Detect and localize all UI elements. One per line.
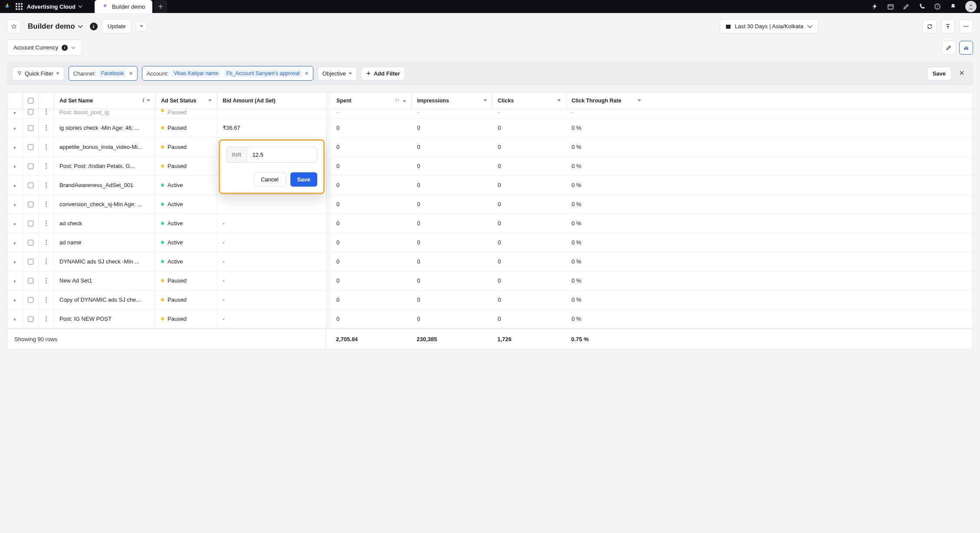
channel-filter-chip[interactable]: Channel: Facebook ×	[69, 66, 138, 81]
select-all-checkbox[interactable]	[28, 98, 33, 104]
header-ctr[interactable]: Click Through Rate	[566, 92, 646, 109]
header-name[interactable]: Ad Set Name i	[54, 92, 156, 109]
bid-cell[interactable]: -	[217, 290, 326, 309]
row-checkbox[interactable]	[28, 125, 33, 131]
expand-toggle[interactable]	[7, 176, 23, 194]
refresh-button[interactable]	[923, 20, 937, 33]
close-filter-strip[interactable]	[956, 67, 968, 80]
adset-name-cell[interactable]: Post: IG NEW POST	[54, 309, 156, 328]
avatar[interactable]	[965, 1, 977, 12]
row-checkbox[interactable]	[28, 201, 33, 207]
bid-cell[interactable]	[217, 195, 326, 214]
row-menu[interactable]	[39, 195, 54, 214]
phone-icon[interactable]	[918, 3, 925, 10]
expand-toggle[interactable]	[7, 290, 23, 309]
row-checkbox[interactable]	[28, 163, 33, 169]
expand-toggle[interactable]	[7, 118, 23, 137]
header-clicks[interactable]: Clicks	[493, 92, 566, 109]
save-filter-button[interactable]: Save	[927, 67, 951, 80]
adset-name-cell[interactable]: ad name	[54, 233, 156, 252]
expand-toggle[interactable]	[7, 138, 23, 156]
row-menu[interactable]	[39, 118, 54, 137]
bell-icon[interactable]	[950, 3, 957, 10]
expand-toggle[interactable]	[7, 109, 23, 118]
objective-filter-chip[interactable]: Objective	[318, 67, 357, 80]
adset-name-cell[interactable]: BrandAwareness_AdSet_001	[54, 176, 156, 194]
help-icon[interactable]: ?	[934, 3, 941, 10]
apps-grid-icon[interactable]	[16, 3, 23, 10]
adset-name-cell[interactable]: appetite_bonus_insta_video-Mi...	[54, 138, 156, 156]
add-filter-button[interactable]: Add Filter	[361, 67, 405, 80]
row-menu[interactable]	[39, 176, 54, 194]
header-spent[interactable]: Spent	[331, 92, 412, 109]
bid-cell[interactable]: -	[217, 252, 326, 271]
row-checkbox[interactable]	[28, 259, 33, 265]
header-status[interactable]: Ad Set Status	[156, 92, 217, 109]
info-icon[interactable]: i	[90, 23, 98, 30]
expand-toggle[interactable]	[7, 157, 23, 175]
expand-toggle[interactable]	[7, 309, 23, 328]
header-bid[interactable]: Bid Amount (Ad Set)	[217, 92, 326, 109]
row-checkbox[interactable]	[28, 109, 33, 115]
adset-name-cell[interactable]: ig stories check -Min Age: 46; ...	[54, 118, 156, 137]
row-checkbox[interactable]	[28, 316, 33, 322]
update-menu-button[interactable]	[136, 21, 147, 31]
tab-active[interactable]: Builder demo	[95, 0, 152, 13]
chart-mode-button[interactable]	[959, 41, 973, 55]
row-menu[interactable]	[39, 290, 54, 309]
expand-toggle[interactable]	[7, 214, 23, 233]
header-impressions[interactable]: Impressions	[412, 92, 493, 109]
chevron-down-icon[interactable]	[78, 24, 83, 29]
cancel-button[interactable]: Cancel	[253, 172, 286, 187]
account-filter-chip[interactable]: Account: Vikas Katiyar name Fb_Account S…	[142, 66, 313, 81]
bid-amount-input[interactable]	[247, 147, 317, 162]
row-menu[interactable]	[39, 252, 54, 271]
bid-cell[interactable]: -	[217, 233, 326, 252]
new-tab-button[interactable]	[154, 0, 167, 13]
product-switcher[interactable]: Advertising Cloud	[27, 3, 82, 10]
row-menu[interactable]	[39, 157, 54, 175]
bid-cell[interactable]: ₹36.67	[217, 118, 326, 137]
expand-toggle[interactable]	[7, 233, 23, 252]
bid-cell[interactable]: -	[217, 309, 326, 328]
bid-cell[interactable]	[217, 109, 326, 118]
row-menu[interactable]	[39, 109, 54, 118]
row-checkbox[interactable]	[28, 240, 33, 246]
edit-icon[interactable]	[903, 3, 910, 10]
adset-name-cell[interactable]: Post: boost_post_ig	[54, 109, 156, 118]
row-menu[interactable]	[39, 271, 54, 290]
row-checkbox[interactable]	[28, 297, 33, 303]
calendar-icon[interactable]	[887, 3, 894, 10]
row-checkbox[interactable]	[28, 220, 33, 227]
adset-name-cell[interactable]: New Ad Set1	[54, 271, 156, 290]
row-menu[interactable]	[39, 214, 54, 233]
adset-name-cell[interactable]: conversion_check_sj-Min Age: ...	[54, 195, 156, 214]
row-menu[interactable]	[39, 309, 54, 328]
favorite-button[interactable]	[7, 20, 21, 33]
expand-toggle[interactable]	[7, 195, 23, 214]
edit-mode-button[interactable]	[942, 41, 956, 55]
bid-cell[interactable]: -	[217, 271, 326, 290]
save-button[interactable]: Save	[290, 172, 317, 187]
update-button[interactable]: Update	[102, 19, 132, 33]
row-checkbox[interactable]	[28, 278, 33, 284]
row-checkbox[interactable]	[28, 144, 33, 150]
quick-filter-button[interactable]: Quick Filter	[12, 67, 64, 80]
expand-toggle[interactable]	[7, 252, 23, 271]
row-menu[interactable]	[39, 138, 54, 156]
remove-filter-icon[interactable]: ×	[305, 70, 309, 77]
export-button[interactable]	[941, 20, 955, 33]
adset-name-cell[interactable]: Copy of DYNAMIC ads SJ che...	[54, 290, 156, 309]
adset-name-cell[interactable]: ad check	[54, 214, 156, 233]
bid-cell[interactable]: -	[217, 214, 326, 233]
adset-name-cell[interactable]: DYNAMIC ads SJ check -Min ...	[54, 252, 156, 271]
row-checkbox[interactable]	[28, 182, 33, 188]
date-range-picker[interactable]: Last 30 Days | Asia/Kolkata	[720, 19, 819, 33]
bolt-icon[interactable]	[871, 3, 878, 10]
currency-selector[interactable]: Account Currency i	[7, 39, 82, 56]
expand-toggle[interactable]	[7, 271, 23, 290]
remove-filter-icon[interactable]: ×	[129, 70, 132, 77]
row-menu[interactable]	[39, 233, 54, 252]
adset-name-cell[interactable]: Post: Post: /Indian Petals, G...	[54, 157, 156, 175]
more-button[interactable]	[959, 20, 973, 33]
